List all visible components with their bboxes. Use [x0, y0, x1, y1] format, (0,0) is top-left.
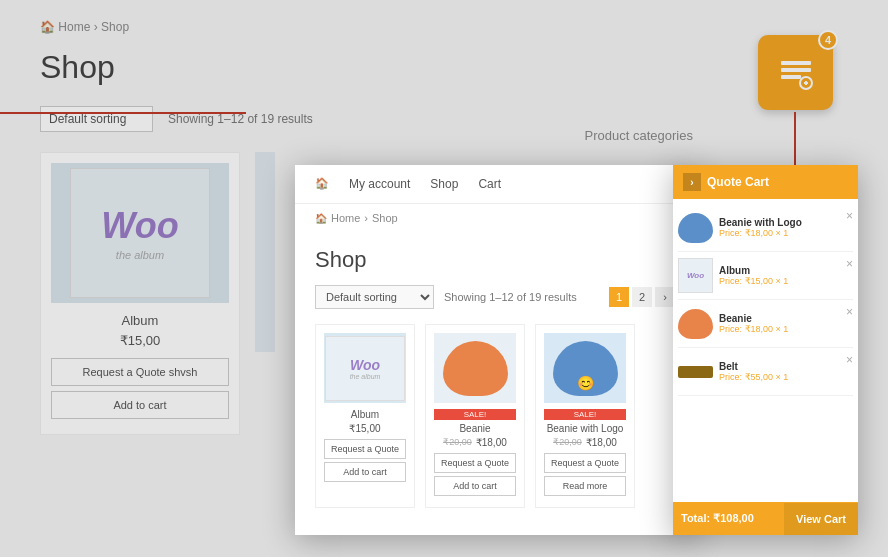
modal-beanie-logo-name: Beanie with Logo	[544, 423, 626, 434]
modal-woo-text: Woo	[350, 357, 380, 373]
modal-page-1[interactable]: 1	[609, 287, 629, 307]
qci-price-3: Price: ₹55,00 × 1	[719, 372, 853, 382]
qci-woo-album: Woo	[678, 258, 713, 293]
modal-beanie-logo-price: ₹18,00	[586, 437, 617, 448]
modal-title: Shop	[315, 247, 675, 273]
modal-album-quote-btn[interactable]: Request a Quote	[324, 439, 406, 459]
modal-product-album: Woo the album Album ₹15,00 Request a Quo…	[315, 324, 415, 508]
qci-img-1: Woo	[678, 258, 713, 293]
qci-price-2: Price: ₹18,00 × 1	[719, 324, 853, 334]
modal-album-price: ₹15,00	[324, 423, 406, 434]
modal-beanie-logo-quote-btn[interactable]: Request a Quote	[544, 453, 626, 473]
qci-beanie-orange	[678, 309, 713, 339]
quote-cart: › Quote Cart Beanie with Logo Price: ₹18…	[673, 165, 858, 535]
modal-beanie-logo-read-btn[interactable]: Read more	[544, 476, 626, 496]
modal-album-img: Woo the album	[324, 333, 406, 403]
modal-nav-my-account[interactable]: My account	[349, 177, 410, 191]
qci-info-2: Beanie Price: ₹18,00 × 1	[719, 313, 853, 334]
quote-cart-header: › Quote Cart	[673, 165, 858, 199]
modal-beanie-logo-original-price: ₹20,00	[553, 437, 582, 448]
modal-page-next-arrow[interactable]: ›	[655, 287, 675, 307]
home-icon-modal: 🏠	[315, 177, 329, 191]
modal-product-beanie: SALE! Beanie ₹20,00 ₹18,00 Request a Quo…	[425, 324, 525, 508]
qci-name-0: Beanie with Logo	[719, 217, 853, 228]
view-cart-btn[interactable]: View Cart	[784, 503, 858, 535]
modal-beanie-img	[434, 333, 516, 403]
quote-cart-item-1: Woo Album Price: ₹15,00 × 1 ×	[678, 252, 853, 300]
qci-beanie-blue	[678, 213, 713, 243]
qci-belt	[678, 366, 713, 378]
modal-content: Shop Default sorting Showing 1–12 of 19 …	[295, 232, 695, 523]
modal-beanie-logo-img: 😊	[544, 333, 626, 403]
modal-beanie-price: ₹18,00	[476, 437, 507, 448]
modal-album-sub: the album	[350, 373, 381, 380]
modal-controls: Default sorting Showing 1–12 of 19 resul…	[315, 285, 675, 309]
modal-product-beanie-logo: 😊 SALE! Beanie with Logo ₹20,00 ₹18,00 R…	[535, 324, 635, 508]
modal-home-icon: 🏠	[315, 213, 327, 224]
modal-breadcrumb-home[interactable]: Home	[331, 212, 360, 224]
modal-products: Woo the album Album ₹15,00 Request a Quo…	[315, 324, 675, 508]
qci-remove-3[interactable]: ×	[846, 353, 853, 367]
qci-price-1: Price: ₹15,00 × 1	[719, 276, 853, 286]
qci-info-0: Beanie with Logo Price: ₹18,00 × 1	[719, 217, 853, 238]
quote-cart-item-3: Belt Price: ₹55,00 × 1 ×	[678, 348, 853, 396]
modal-page-2[interactable]: 2	[632, 287, 652, 307]
qci-name-1: Album	[719, 265, 853, 276]
qci-img-0	[678, 210, 713, 245]
modal-nav: 🏠 My account Shop Cart	[295, 165, 695, 204]
modal-pagination: 1 2 ›	[609, 287, 675, 307]
qci-name-2: Beanie	[719, 313, 853, 324]
modal-beanie-logo-shape: 😊	[553, 341, 618, 396]
quote-cart-item-2: Beanie Price: ₹18,00 × 1 ×	[678, 300, 853, 348]
modal-woo-logo: Woo the album	[325, 336, 405, 401]
qci-name-3: Belt	[719, 361, 853, 372]
modal-beanie-logo-shape-wrapper: 😊	[553, 341, 618, 396]
modal-beanie-original-price: ₹20,00	[443, 437, 472, 448]
modal-beanie-shape	[443, 341, 508, 396]
qci-remove-1[interactable]: ×	[846, 257, 853, 271]
quote-cart-title: Quote Cart	[707, 175, 769, 189]
modal-beanie-quote-btn[interactable]: Request a Quote	[434, 453, 516, 473]
modal-nav-cart[interactable]: Cart	[478, 177, 501, 191]
quote-cart-items: Beanie with Logo Price: ₹18,00 × 1 × Woo…	[673, 199, 858, 502]
modal-album-name: Album	[324, 409, 406, 420]
qci-img-3	[678, 354, 713, 389]
modal-beanie-name: Beanie	[434, 423, 516, 434]
modal-album-cart-btn[interactable]: Add to cart	[324, 462, 406, 482]
quote-total: Total: ₹108,00	[673, 502, 784, 535]
modal-sort-select[interactable]: Default sorting	[315, 285, 434, 309]
qci-remove-0[interactable]: ×	[846, 209, 853, 223]
qci-remove-2[interactable]: ×	[846, 305, 853, 319]
qci-info-3: Belt Price: ₹55,00 × 1	[719, 361, 853, 382]
modal-beanie-logo-sale: SALE!	[544, 409, 626, 420]
shop-modal: 🏠 My account Shop Cart 🏠 Home › Shop Sho…	[295, 165, 695, 535]
beanie-emoji: 😊	[577, 375, 594, 391]
modal-beanie-cart-btn[interactable]: Add to cart	[434, 476, 516, 496]
quote-cart-toggle[interactable]: ›	[683, 173, 701, 191]
modal-breadcrumb: 🏠 Home › Shop	[295, 204, 695, 232]
modal-showing: Showing 1–12 of 19 results	[444, 291, 599, 303]
quote-cart-item-0: Beanie with Logo Price: ₹18,00 × 1 ×	[678, 204, 853, 252]
qci-info-1: Album Price: ₹15,00 × 1	[719, 265, 853, 286]
modal-breadcrumb-current: Shop	[372, 212, 398, 224]
modal-nav-shop[interactable]: Shop	[430, 177, 458, 191]
qci-price-0: Price: ₹18,00 × 1	[719, 228, 853, 238]
qci-img-2	[678, 306, 713, 341]
modal-beanie-sale: SALE!	[434, 409, 516, 420]
quote-cart-footer: Total: ₹108,00 View Cart	[673, 502, 858, 535]
